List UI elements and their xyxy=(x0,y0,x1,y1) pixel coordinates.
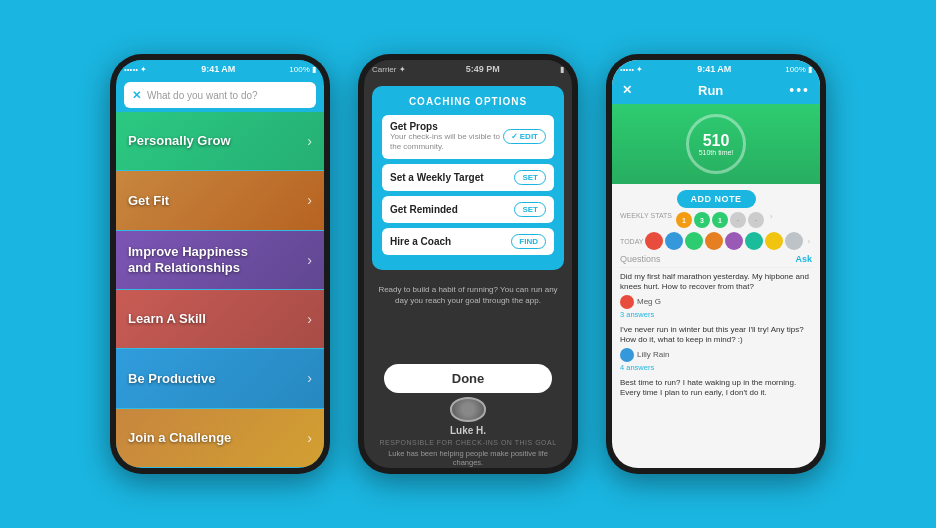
question-answers-2[interactable]: 4 answers xyxy=(620,363,812,372)
opt-title-weekly: Set a Weekly Target xyxy=(390,172,514,183)
opt-title-reminded: Get Reminded xyxy=(390,204,514,215)
phones-container: ••••• ✦ 9:41 AM 100% ▮ ✕ What do you wan… xyxy=(110,54,826,474)
close-icon[interactable]: ✕ xyxy=(132,89,141,102)
phone3-status-bar: ••••• ✦ 9:41 AM 100% ▮ xyxy=(612,60,820,78)
coaching-option-weekly-target[interactable]: Set a Weekly Target SET xyxy=(382,164,554,191)
avatars-row: TODAY › xyxy=(612,232,820,250)
avatar-2 xyxy=(665,232,683,250)
coach-avatar xyxy=(450,397,486,421)
run-green-section: 510 510th time! xyxy=(612,104,820,184)
question-username-2: Lilly Rain xyxy=(637,350,669,359)
question-text-2: I've never run in winter but this year I… xyxy=(620,325,812,346)
stat-circle-2: 3 xyxy=(694,212,710,228)
menu-item-get-fit[interactable]: Get Fit › xyxy=(116,171,324,230)
avatars-more: › xyxy=(807,237,810,246)
coaching-option-hire-coach[interactable]: Hire a Coach FIND xyxy=(382,228,554,255)
phone3-status-right: 100% ▮ xyxy=(785,65,812,74)
menu-item-personally-grow[interactable]: Personally Grow › xyxy=(116,112,324,171)
avatar-5 xyxy=(725,232,743,250)
chevron-icon-1: › xyxy=(307,192,312,208)
menu-item-improve-happiness[interactable]: Improve Happiness and Relationships › xyxy=(116,231,324,290)
stat-circle-1: 1 xyxy=(676,212,692,228)
weekly-stats-label: WEEKLY STATS xyxy=(620,212,672,228)
phone1-status-bar: ••••• ✦ 9:41 AM 100% ▮ xyxy=(116,60,324,78)
stat-more: › xyxy=(770,212,773,228)
chevron-icon-3: › xyxy=(307,311,312,327)
avatar-4 xyxy=(705,232,723,250)
phone-3-screen: ••••• ✦ 9:41 AM 100% ▮ ✕ Run ••• 510 510… xyxy=(612,60,820,468)
phone3-status-left: ••••• ✦ xyxy=(620,65,643,74)
question-item-3: Best time to run? I hate waking up in th… xyxy=(620,378,812,401)
search-bar[interactable]: ✕ What do you want to do? xyxy=(124,82,316,108)
phone-2: Carrier ✦ 5:49 PM ▮ COACHING OPTIONS Get… xyxy=(358,54,578,474)
stat-circle-5: · xyxy=(748,212,764,228)
questions-header: Questions Ask xyxy=(620,254,812,268)
chevron-icon-2: › xyxy=(307,252,312,268)
question-text-3: Best time to run? I hate waking up in th… xyxy=(620,378,812,399)
phone3-time: 9:41 AM xyxy=(697,64,731,74)
opt-btn-edit[interactable]: ✓ EDIT xyxy=(503,129,546,144)
coach-role-label: RESPONSIBLE FOR CHECK-INS ON THIS GOAL xyxy=(379,439,556,446)
menu-label-learn-skill: Learn A Skill xyxy=(128,311,206,327)
run-more-button[interactable]: ••• xyxy=(789,82,810,98)
question-text-1: Did my first half marathon yesterday. My… xyxy=(620,272,812,293)
run-close-button[interactable]: ✕ xyxy=(622,83,632,97)
phone2-time: 5:49 PM xyxy=(466,64,500,74)
chevron-icon-0: › xyxy=(307,133,312,149)
phone2-status-bar: Carrier ✦ 5:49 PM ▮ xyxy=(364,60,572,78)
question-user-1: Meg G xyxy=(620,295,812,309)
coaching-option-reminded[interactable]: Get Reminded SET xyxy=(382,196,554,223)
coaching-title: COACHING OPTIONS xyxy=(382,96,554,107)
run-title: Run xyxy=(698,83,723,98)
run-count-sub: 510th time! xyxy=(699,149,734,156)
menu-label-get-fit: Get Fit xyxy=(128,193,169,209)
opt-sub-get-props: Your check-ins will be visible to the co… xyxy=(390,132,503,153)
phone1-time: 9:41 AM xyxy=(201,64,235,74)
add-note-button[interactable]: ADD NOTE xyxy=(677,190,756,208)
avatar-7 xyxy=(765,232,783,250)
opt-title-get-props: Get Props xyxy=(390,121,503,132)
menu-label-improve-happiness: Improve Happiness and Relationships xyxy=(128,244,266,275)
question-avatar-1 xyxy=(620,295,634,309)
run-count: 510 xyxy=(703,133,730,149)
chevron-icon-4: › xyxy=(307,370,312,386)
questions-label: Questions xyxy=(620,254,661,264)
opt-btn-set-weekly[interactable]: SET xyxy=(514,170,546,185)
coach-profile: Luke H. RESPONSIBLE FOR CHECK-INS ON THI… xyxy=(364,397,572,468)
coaching-option-get-props[interactable]: Get Props Your check-ins will be visible… xyxy=(382,115,554,159)
menu-label-join-challenge: Join a Challenge xyxy=(128,430,231,446)
question-item-1: Did my first half marathon yesterday. My… xyxy=(620,272,812,319)
phone2-status-right: ▮ xyxy=(560,65,564,74)
menu-item-join-challenge[interactable]: Join a Challenge › xyxy=(116,409,324,468)
coach-name: Luke H. xyxy=(450,425,486,436)
coach-description: Luke has been helping people make positi… xyxy=(364,449,572,469)
phone1-status-left: ••••• ✦ xyxy=(124,65,147,74)
phone-1: ••••• ✦ 9:41 AM 100% ▮ ✕ What do you wan… xyxy=(110,54,330,474)
done-button[interactable]: Done xyxy=(384,364,552,393)
phone-3: ••••• ✦ 9:41 AM 100% ▮ ✕ Run ••• 510 510… xyxy=(606,54,826,474)
phone2-body-text: Ready to build a habit of running? You c… xyxy=(372,284,564,306)
menu-item-be-productive[interactable]: Be Productive › xyxy=(116,349,324,408)
avatar-3 xyxy=(685,232,703,250)
opt-btn-find[interactable]: FIND xyxy=(511,234,546,249)
chevron-icon-5: › xyxy=(307,430,312,446)
phone1-status-right: 100% ▮ xyxy=(289,65,316,74)
question-answers-1[interactable]: 3 answers xyxy=(620,310,812,319)
stat-circle-4: · xyxy=(730,212,746,228)
opt-btn-set-reminded[interactable]: SET xyxy=(514,202,546,217)
run-count-circle: 510 510th time! xyxy=(686,114,746,174)
menu-items-list: Personally Grow › Get Fit › Improve Happ… xyxy=(116,112,324,468)
run-header: ✕ Run ••• xyxy=(612,78,820,104)
phone2-status-left: Carrier ✦ xyxy=(372,65,406,74)
stat-circle-3: 1 xyxy=(712,212,728,228)
menu-item-learn-skill[interactable]: Learn A Skill › xyxy=(116,290,324,349)
run-stats-row: WEEKLY STATS 1 3 1 · · › xyxy=(612,212,820,228)
phone2-content: Ready to build a habit of running? You c… xyxy=(364,278,572,361)
avatar-more xyxy=(785,232,803,250)
question-user-2: Lilly Rain xyxy=(620,348,812,362)
today-label: TODAY xyxy=(620,238,643,245)
menu-label-be-productive: Be Productive xyxy=(128,371,215,387)
ask-button[interactable]: Ask xyxy=(795,254,812,264)
question-avatar-2 xyxy=(620,348,634,362)
opt-title-hire: Hire a Coach xyxy=(390,236,511,247)
